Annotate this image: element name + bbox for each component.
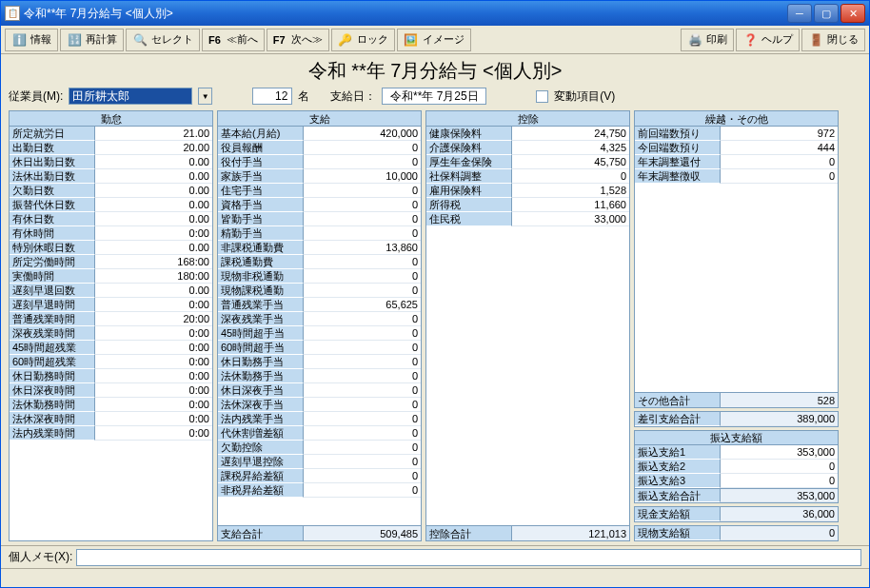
attendance-header: 勤怠 [10,111,212,127]
row-value[interactable]: 0.00 [95,284,212,298]
row-value[interactable]: 0 [304,355,421,369]
row-value[interactable]: 0:00 [95,226,212,241]
row-value[interactable]: 168:00 [95,255,212,269]
row-value[interactable]: 0 [304,255,421,269]
row-value[interactable]: 0 [304,155,421,169]
row-label: 現物非税通勤 [218,269,304,284]
row-value[interactable]: 0 [512,169,629,184]
variable-checkbox[interactable] [536,90,548,103]
close-button[interactable]: ✕ [840,4,865,23]
table-row: 現物非税通勤0 [218,269,421,284]
row-value[interactable]: 0.00 [95,155,212,169]
row-value[interactable]: 0:00 [95,326,212,341]
row-label: 有休日数 [10,212,95,226]
table-row: 振込支給1353,000 [635,445,838,460]
employee-dropdown-arrow[interactable]: ▼ [198,88,212,105]
row-value[interactable]: 0:00 [95,298,212,312]
row-value[interactable]: 20:00 [95,312,212,326]
row-value[interactable]: 0 [721,460,838,474]
row-value[interactable]: 0 [721,155,838,169]
row-value[interactable]: 0:00 [95,355,212,369]
row-value[interactable]: 353,000 [721,445,838,460]
table-row: 法内残業手当0 [218,412,421,426]
select-button[interactable]: 🔍セレクト [126,29,200,51]
row-label: 役員報酬 [218,141,304,155]
row-value[interactable]: 444 [721,141,838,155]
row-value[interactable]: 0 [304,341,421,355]
row-value[interactable]: 0 [304,412,421,426]
table-row: 非課税通勤費13,860 [218,241,421,255]
next-button[interactable]: F7次へ≫ [267,29,329,51]
row-value[interactable]: 420,000 [304,127,421,141]
row-value[interactable]: 0 [304,455,421,469]
row-value[interactable]: 0 [304,326,421,341]
row-label: 非税昇給差額 [218,483,304,498]
row-value[interactable]: 180:00 [95,269,212,284]
row-label: 45時間超手当 [218,326,304,341]
row-value[interactable]: 11,660 [512,198,629,212]
row-value[interactable]: 0:00 [95,341,212,355]
row-value[interactable]: 0.00 [95,198,212,212]
prev-button[interactable]: F6≪前へ [202,29,265,51]
table-row: 有休時間0:00 [10,226,212,241]
row-value[interactable]: 21.00 [95,127,212,141]
row-label: 深夜残業手当 [218,312,304,326]
row-label: 前回端数預り [635,127,721,141]
carryover-panel: 繰越・その他 前回端数預り972今回端数預り444年末調整還付0年末調整徴収0 … [634,110,839,408]
table-row: 住民税33,000 [426,212,629,226]
row-value[interactable]: 1,528 [512,184,629,198]
row-value[interactable]: 0 [304,369,421,383]
row-value[interactable]: 33,000 [512,212,629,226]
row-value[interactable]: 0 [304,426,421,441]
row-value[interactable]: 0 [304,383,421,398]
row-value[interactable]: 0 [304,398,421,412]
image-button[interactable]: 🖼️イメージ [397,29,471,51]
minimize-button[interactable]: ─ [787,4,812,23]
row-value[interactable]: 0 [304,198,421,212]
memo-input[interactable] [76,549,861,566]
row-value[interactable]: 0 [304,226,421,241]
row-value[interactable]: 0 [304,441,421,455]
row-label: 厚生年金保険 [426,155,512,169]
recalc-button[interactable]: 🔢再計算 [60,29,124,51]
row-value[interactable]: 0.00 [95,212,212,226]
row-value[interactable]: 0.00 [95,169,212,184]
row-label: 実働時間 [10,269,95,284]
row-value[interactable]: 0 [304,469,421,483]
row-value[interactable]: 0 [304,269,421,284]
table-row: 家族手当10,000 [218,169,421,184]
row-value[interactable]: 0 [304,483,421,498]
row-value[interactable]: 0:00 [95,398,212,412]
row-value[interactable]: 0 [304,212,421,226]
row-value[interactable]: 10,000 [304,169,421,184]
row-value[interactable]: 13,860 [304,241,421,255]
row-value[interactable]: 24,750 [512,127,629,141]
maximize-button[interactable]: ▢ [814,4,839,23]
row-value[interactable]: 0 [304,312,421,326]
transfer-panel: 振込支給額 振込支給1353,000振込支給20振込支給30 振込支給合計 35… [634,430,839,503]
row-value[interactable]: 0:00 [95,426,212,441]
row-value[interactable]: 0 [304,141,421,155]
row-value[interactable]: 0.00 [95,241,212,255]
print-button[interactable]: 🖨️印刷 [681,29,734,51]
row-value[interactable]: 45,750 [512,155,629,169]
row-value[interactable]: 0:00 [95,412,212,426]
row-value[interactable]: 0:00 [95,383,212,398]
row-value[interactable]: 0 [721,474,838,488]
row-value[interactable]: 65,625 [304,298,421,312]
row-value[interactable]: 20.00 [95,141,212,155]
help-button[interactable]: ❓ヘルプ [736,29,800,51]
row-value[interactable]: 0.00 [95,184,212,198]
row-value[interactable]: 0 [721,169,838,184]
lock-button[interactable]: 🔑ロック [331,29,395,51]
info-button[interactable]: ℹ️情報 [5,29,58,51]
row-value[interactable]: 0 [304,284,421,298]
row-value[interactable]: 0:00 [95,369,212,383]
row-value[interactable]: 0 [304,184,421,198]
row-value[interactable]: 4,325 [512,141,629,155]
table-row: 年末調整徴収0 [635,169,838,184]
row-value[interactable]: 972 [721,127,838,141]
employee-select[interactable]: 田所耕太郎 [69,88,192,105]
paydate-field: 令和**年 7月25日 [382,88,486,105]
close-app-button[interactable]: 🚪閉じる [801,29,865,51]
